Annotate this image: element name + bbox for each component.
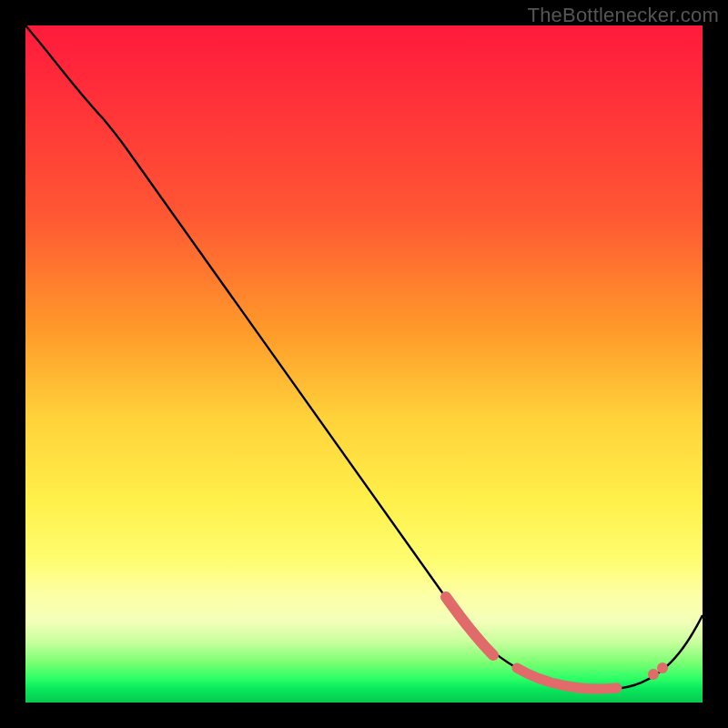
curve-layer	[25, 25, 703, 703]
plot-area	[25, 25, 703, 703]
marker-segment-trough	[517, 668, 617, 689]
chart-frame: TheBottlenecker.com	[0, 0, 728, 728]
marker-dot-b	[657, 662, 668, 673]
marker-dot-a	[648, 669, 659, 680]
marker-segment-upper	[446, 597, 493, 655]
watermark-text: TheBottlenecker.com	[528, 4, 719, 27]
bottleneck-curve	[25, 25, 703, 690]
